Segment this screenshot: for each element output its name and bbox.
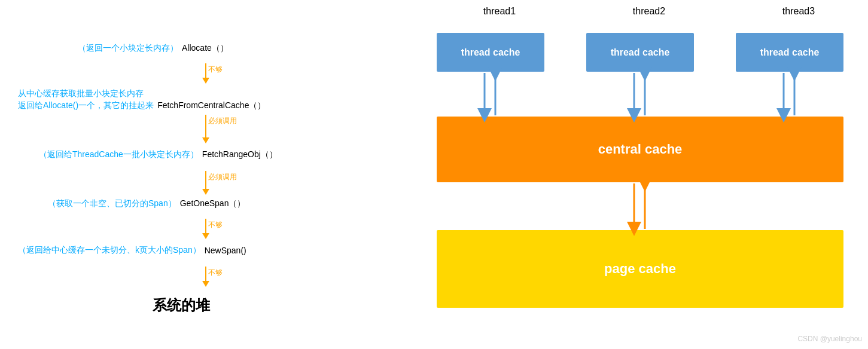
fetch-central-row: 从中心缓存获取批量小块定长内存 返回给Allocate()一个，其它的挂起来 F… xyxy=(18,88,266,111)
central-cache-box: central cache xyxy=(437,117,843,182)
thread-cache-1: thread cache xyxy=(437,33,544,72)
arrow1-label: 不够 xyxy=(208,65,223,75)
arrow4: 不够 xyxy=(202,219,209,239)
arrow2: 必须调用 xyxy=(202,115,209,143)
thread-cache-3: thread cache xyxy=(736,33,843,72)
thread2-label: thread2 xyxy=(613,6,685,17)
right-diagram: thread1 thread2 thread3 thread cache thr… xyxy=(431,0,868,349)
left-diagram: （返回一个小块定长内存） Allocate（） 不够 从中心缓存获取批量小块定长… xyxy=(0,0,431,349)
thread-cache-2: thread cache xyxy=(586,33,694,72)
thread1-label: thread1 xyxy=(464,6,535,17)
getonspan-label: （获取一个非空、已切分的Span） xyxy=(48,198,176,209)
arrow1: 不够 xyxy=(202,63,209,84)
arrow3: 必须调用 xyxy=(202,171,209,195)
fetchrange-label: （返回给ThreadCache一批小块定长内存） xyxy=(39,149,199,160)
fetchrange-row: （返回给ThreadCache一批小块定长内存） FetchRangeObj（） xyxy=(39,149,278,160)
arrow4-label: 不够 xyxy=(208,220,223,230)
newspan-func: NewSpan() xyxy=(205,246,246,255)
allocate-row: （返回一个小块定长内存） Allocate（） xyxy=(78,43,229,54)
thread3-label: thread3 xyxy=(763,6,835,17)
watermark: CSDN @yuelinghou xyxy=(797,335,862,343)
arrow5: 不够 xyxy=(202,267,209,287)
main-container: （返回一个小块定长内存） Allocate（） 不够 从中心缓存获取批量小块定长… xyxy=(0,0,868,349)
system-heap: 系统的堆 xyxy=(153,296,210,315)
newspan-row: （返回给中心缓存一个未切分、k页大小的Span） NewSpan() xyxy=(18,245,246,256)
page-cache-box: page cache xyxy=(437,230,843,308)
fetch-central-func: FetchFromCentralCache（） xyxy=(157,100,266,111)
fetch-central-label1: 从中心缓存获取批量小块定长内存 xyxy=(18,88,144,99)
getonspan-func: GetOneSpan（） xyxy=(180,198,246,209)
newspan-label: （返回给中心缓存一个未切分、k页大小的Span） xyxy=(18,245,201,256)
arrow5-label: 不够 xyxy=(208,268,223,278)
allocate-func: Allocate（） xyxy=(182,43,229,54)
fetch-central-label2: 返回给Allocate()一个，其它的挂起来 xyxy=(18,100,154,111)
allocate-label: （返回一个小块定长内存） xyxy=(78,43,178,54)
arrow3-label: 必须调用 xyxy=(208,172,237,182)
getonspan-row: （获取一个非空、已切分的Span） GetOneSpan（） xyxy=(48,198,245,209)
fetchrange-func: FetchRangeObj（） xyxy=(202,149,278,160)
arrow2-label: 必须调用 xyxy=(208,116,237,126)
